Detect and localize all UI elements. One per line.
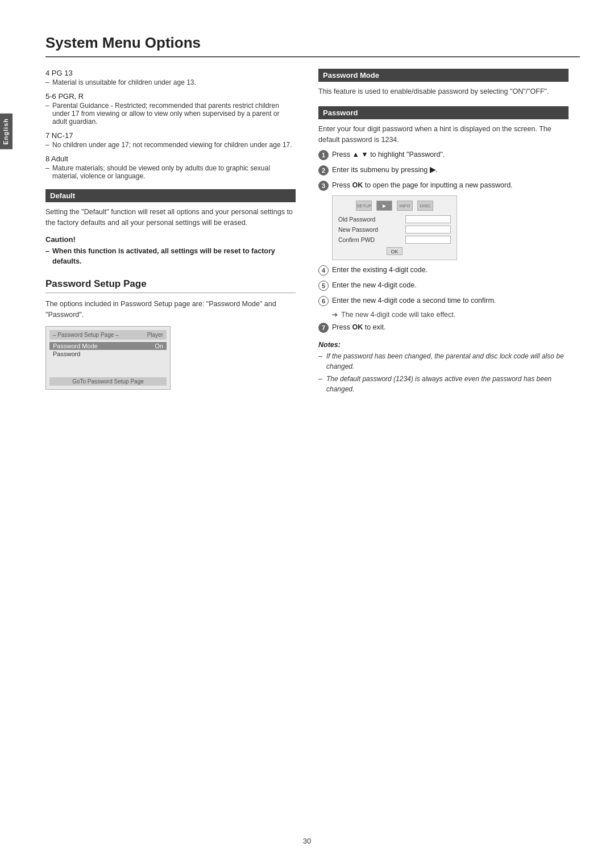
language-tab: English bbox=[0, 114, 13, 149]
pwd-ok-button[interactable]: OK bbox=[387, 247, 403, 255]
pwd-row-old: Old Password bbox=[338, 215, 451, 223]
rating-desc: No children under age 17; not recommende… bbox=[45, 141, 296, 149]
pwd-icon-info: INFO bbox=[397, 201, 413, 211]
rating-7nc17: 7 NC-17 No children under age 17; not re… bbox=[45, 131, 296, 149]
menu-mockup-header: – Password Setup Page – Player bbox=[49, 330, 167, 340]
pwd-input-old[interactable] bbox=[405, 215, 451, 223]
password-mode-body: This feature is used to enable/disable p… bbox=[318, 86, 569, 97]
rating-title: 7 NC-17 bbox=[45, 131, 296, 140]
default-section-body: Setting the "Default" function will rese… bbox=[45, 207, 296, 228]
step-text-1: Press ▲ ▼ to highlight "Password". bbox=[332, 149, 569, 160]
step-text-7: Press OK to exit. bbox=[332, 322, 569, 333]
two-column-layout: 4 PG 13 Material is unsuitable for child… bbox=[45, 69, 580, 397]
step-5: 5 Enter the new 4-digit code. bbox=[318, 280, 569, 291]
pwd-icon-play: ▶ bbox=[376, 201, 392, 211]
step-1: 1 Press ▲ ▼ to highlight "Password". bbox=[318, 149, 569, 160]
page-number: 30 bbox=[303, 837, 311, 845]
rating-8adult: 8 Adult Mature materials; should be view… bbox=[45, 155, 296, 180]
rating-desc: Parental Guidance - Restricted; recommen… bbox=[45, 102, 296, 126]
default-section-header: Default bbox=[45, 189, 296, 202]
right-column: Password Mode This feature is used to en… bbox=[318, 69, 569, 397]
step-2: 2 Enter its submenu by pressing ▶. bbox=[318, 165, 569, 176]
step-number-5: 5 bbox=[318, 281, 329, 291]
step-text-4: Enter the existing 4-digit code. bbox=[332, 265, 569, 276]
step-number-3: 3 bbox=[318, 181, 329, 191]
caution-text: When this function is activated, all set… bbox=[45, 246, 296, 268]
pwd-label-confirm: Confirm PWD bbox=[338, 236, 375, 243]
content-area: System Menu Options 4 PG 13 Material is … bbox=[17, 0, 614, 868]
step-number-2: 2 bbox=[318, 165, 329, 176]
rating-title: 4 PG 13 bbox=[45, 69, 296, 77]
menu-row-label: Password bbox=[53, 350, 80, 357]
step-7: 7 Press OK to exit. bbox=[318, 322, 569, 333]
step-text-5: Enter the new 4-digit code. bbox=[332, 280, 569, 291]
step-6: 6 Enter the new 4-digit code a second ti… bbox=[318, 295, 569, 306]
step-text-3: Press OK to open the page for inputting … bbox=[332, 180, 569, 191]
pwd-icon-setup: SETUP bbox=[356, 201, 372, 211]
pwd-row-confirm: Confirm PWD bbox=[338, 236, 451, 244]
arrow-note: The new 4-digit code will take effect. bbox=[318, 311, 569, 319]
rating-5pgr: 5-6 PGR, R Parental Guidance - Restricte… bbox=[45, 92, 296, 126]
rating-desc: Mature materials; should be viewed only … bbox=[45, 164, 296, 180]
pwd-mockup-header: SETUP ▶ INFO DISC bbox=[338, 201, 451, 211]
menu-row-password-mode: Password Mode On bbox=[49, 342, 167, 350]
notes-title: Notes: bbox=[318, 341, 569, 349]
page-title: System Menu Options bbox=[45, 34, 580, 57]
pwd-row-new: New Password bbox=[338, 226, 451, 233]
menu-mockup-footer: GoTo Password Setup Page bbox=[49, 377, 167, 386]
note-2: The default password (1234) is always ac… bbox=[318, 374, 569, 394]
left-column: 4 PG 13 Material is unsuitable for child… bbox=[45, 69, 296, 397]
pwd-label-new: New Password bbox=[338, 226, 378, 233]
step-text-6: Enter the new 4-digit code a second time… bbox=[332, 295, 569, 306]
menu-mockup-header-right: Player bbox=[147, 332, 163, 338]
password-header: Password bbox=[318, 106, 569, 119]
step-number-1: 1 bbox=[318, 150, 329, 160]
menu-mockup-header-left: – Password Setup Page – bbox=[53, 332, 119, 338]
step-4: 4 Enter the existing 4-digit code. bbox=[318, 265, 569, 276]
pwd-input-new[interactable] bbox=[405, 226, 451, 233]
password-body: Enter your four digit password when a hi… bbox=[318, 124, 569, 145]
page-wrapper: English System Menu Options 4 PG 13 Mate… bbox=[0, 0, 614, 868]
pwd-input-confirm[interactable] bbox=[405, 236, 451, 244]
password-setup-title: Password Setup Page bbox=[45, 278, 296, 293]
password-mode-header: Password Mode bbox=[318, 69, 569, 82]
rating-title: 5-6 PGR, R bbox=[45, 92, 296, 101]
step-number-4: 4 bbox=[318, 265, 329, 276]
step-number-7: 7 bbox=[318, 323, 329, 333]
step-text-2: Enter its submenu by pressing ▶. bbox=[332, 165, 569, 176]
pwd-icon-disc: DISC bbox=[417, 201, 433, 211]
rating-title: 8 Adult bbox=[45, 155, 296, 163]
note-1: If the password has been changed, the pa… bbox=[318, 351, 569, 372]
password-setup-menu-mockup: – Password Setup Page – Player Password … bbox=[45, 326, 171, 390]
menu-row-label: Password Mode bbox=[53, 343, 98, 349]
rating-desc: Material is unsuitable for children unde… bbox=[45, 78, 296, 86]
rating-4pg13: 4 PG 13 Material is unsuitable for child… bbox=[45, 69, 296, 86]
menu-row-password: Password bbox=[49, 350, 167, 358]
menu-row-value: On bbox=[155, 343, 163, 349]
password-setup-body: The options included in Password Setup p… bbox=[45, 299, 296, 320]
caution-title: Caution! bbox=[45, 235, 296, 244]
password-input-mockup: SETUP ▶ INFO DISC Old Password New Passw… bbox=[332, 195, 457, 260]
step-number-6: 6 bbox=[318, 296, 329, 306]
pwd-label-old: Old Password bbox=[338, 216, 375, 223]
step-3: 3 Press OK to open the page for inputtin… bbox=[318, 180, 569, 191]
